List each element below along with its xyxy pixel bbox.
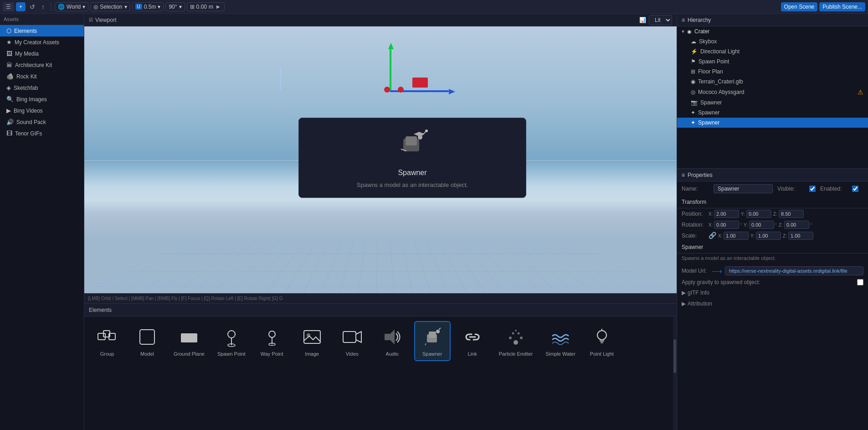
hierarchy-item-mococo[interactable]: ◎ Mococo Abyssgard ⚠ — [677, 87, 868, 98]
hierarchy-item-floor-plan[interactable]: ⊞ Floor Plan — [677, 67, 868, 77]
floor-plan-icon: ⊞ — [691, 68, 695, 75]
sidebar-item-sketchfab[interactable]: ◈ Sketchfab — [0, 82, 84, 93]
scale-z-input[interactable] — [788, 232, 813, 240]
open-scene-button[interactable]: Open Scene — [781, 2, 818, 11]
ground-plane-label: Ground Plane — [174, 351, 205, 357]
rock-icon: 🪨 — [6, 73, 14, 80]
scale-y-input[interactable] — [756, 232, 781, 240]
element-group[interactable]: Group — [89, 321, 125, 361]
model-url-label: Model Url: — [682, 268, 709, 274]
refresh-button[interactable]: ↺ — [27, 2, 37, 11]
chain-icon[interactable]: 🔗 — [709, 232, 716, 240]
video-icon — [341, 326, 364, 348]
play-icon[interactable]: ▶ — [215, 4, 221, 9]
sidebar-item-tenor-gifs[interactable]: 🎞 Tenor GIFs — [0, 128, 84, 139]
svg-point-23 — [514, 340, 518, 345]
video-label: Video — [346, 351, 359, 357]
lit-select[interactable]: Lit — [649, 15, 672, 25]
scale-x-input[interactable] — [724, 232, 749, 240]
element-link[interactable]: Link — [454, 321, 491, 361]
hamburger-button[interactable]: ☰ — [3, 2, 14, 11]
sidebar-item-rock-kit[interactable]: 🪨 Rock Kit — [0, 71, 84, 82]
sidebar-item-elements[interactable]: ⬡ Elements — [0, 25, 84, 36]
hierarchy-item-skybox[interactable]: ☁ Skybox — [677, 36, 868, 47]
attribution-collapsible[interactable]: ▶ Attribution — [677, 298, 868, 309]
model-label: Model — [140, 351, 154, 357]
element-model[interactable]: Model — [129, 321, 165, 361]
sidebar-item-bing-images[interactable]: 🔍 Bing Images — [0, 93, 84, 105]
element-spawn-point[interactable]: Spawn Point — [213, 321, 250, 361]
scale-z-group: Z: — [783, 232, 813, 240]
position-y-input[interactable] — [746, 210, 771, 218]
angle-label: 90° — [169, 4, 177, 10]
element-video[interactable]: Video — [334, 321, 370, 361]
element-particle-emitter[interactable]: Particle Emitter — [494, 321, 538, 361]
spawn-point-icon — [220, 326, 243, 348]
angle-select[interactable]: 90° ▾ — [165, 2, 185, 11]
sidebar-item-my-creator-assets[interactable]: ★ My Creator Assets — [0, 36, 84, 48]
sidebar-item-my-media[interactable]: 🖼 My Media — [0, 48, 84, 59]
sidebar-item-sound-pack[interactable]: 🔊 Sound Pack — [0, 116, 84, 128]
world-select[interactable]: 🌐 World ▾ — [55, 2, 88, 11]
upload-button[interactable]: ↑ — [39, 2, 47, 11]
rotation-row: Rotation: X: ° Y: ° Z: ° — [677, 219, 868, 230]
grid-icon: ⊞ — [190, 4, 195, 10]
position-x-input[interactable] — [714, 210, 739, 218]
transform-title: Transform — [677, 196, 868, 208]
spawner-tooltip-title: Spawner — [398, 169, 426, 177]
rotation-y-input[interactable] — [749, 221, 774, 229]
sidebar-item-bing-videos[interactable]: ▶ Bing Videos — [0, 105, 84, 116]
hierarchy-item-terrain[interactable]: ◉ Terrain_Craterl.glb — [677, 77, 868, 87]
element-point-light[interactable]: Point Light — [584, 321, 620, 361]
hierarchy-item-scene-preview-camera[interactable]: 📷 Spawner — [677, 98, 868, 108]
scale-inputs: 🔗 X: Y: Z: — [709, 232, 863, 240]
chevron-right-icon: ▶ — [682, 290, 686, 296]
element-image[interactable]: Image — [294, 321, 330, 361]
viewport-canvas[interactable]: Spawner Spawns a model as an interactabl… — [84, 26, 677, 293]
svg-rect-7 — [140, 330, 154, 344]
position-z-input[interactable] — [779, 210, 804, 218]
element-audio[interactable]: Audio — [374, 321, 411, 361]
visible-checkbox[interactable] — [809, 186, 816, 192]
model-url-input[interactable] — [725, 266, 863, 275]
scale-row: Scale: 🔗 X: Y: Z: — [677, 230, 868, 241]
hierarchy-item-spawner2[interactable]: ✦ Spawner — [677, 118, 868, 128]
gltf-info-collapsible[interactable]: ▶ gITF Info — [677, 287, 868, 298]
main-layout: Assets ⬡ Elements ★ My Creator Assets 🖼 … — [0, 14, 868, 430]
svg-point-27 — [517, 332, 519, 335]
hierarchy-header: ≡ Hierarchy — [677, 14, 868, 26]
sidebar-item-architecture-kit[interactable]: 🏛 Architecture Kit — [0, 59, 84, 71]
element-spawner[interactable]: Spawner — [414, 321, 451, 361]
rotation-y-group: Y: ° — [744, 221, 777, 229]
svg-point-3 — [425, 130, 428, 132]
simple-water-label: Simple Water — [545, 351, 575, 357]
name-label: Name: — [682, 186, 709, 192]
element-ground-plane[interactable]: Ground Plane — [169, 321, 209, 361]
hierarchy-item-crater[interactable]: ▾ ◉ Crater — [677, 26, 868, 36]
rotation-z-input[interactable] — [784, 221, 809, 229]
enabled-checkbox[interactable] — [852, 186, 858, 192]
hierarchy-item-spawner1[interactable]: ✦ Spawner — [677, 108, 868, 118]
selection-label: Selection — [100, 4, 122, 10]
unity-select[interactable]: U 0.5m ▾ — [132, 2, 164, 11]
camera-icon: 📷 — [691, 99, 698, 106]
creator-assets-icon: ★ — [6, 39, 12, 46]
element-way-point[interactable]: Way Point — [254, 321, 290, 361]
group-label: Group — [100, 351, 114, 357]
x-label: X: — [709, 212, 713, 217]
hierarchy-item-directional-light[interactable]: ⚡ Directional Light — [677, 47, 868, 57]
viewport-statusbar: [LMB] Orbit / Select | [MMB] Pan | [RMB]… — [84, 293, 677, 303]
rotation-x-input[interactable] — [714, 221, 739, 229]
gravity-checkbox[interactable] — [857, 279, 863, 285]
position-row: Position: X: Y: Z: — [677, 208, 868, 219]
elements-scrollbar[interactable] — [673, 316, 677, 430]
add-button[interactable]: + — [16, 2, 26, 11]
name-input[interactable] — [714, 184, 773, 193]
hierarchy-item-spawn-point[interactable]: ⚑ Spawn Point — [677, 57, 868, 67]
chevron-down-icon: ▾ — [124, 4, 127, 10]
publish-scene-button[interactable]: Publish Scene... — [819, 2, 865, 11]
element-simple-water[interactable]: Simple Water — [541, 321, 580, 361]
grid-select[interactable]: ⊞ 0.00 m ▶ — [187, 2, 225, 11]
selection-select[interactable]: ◎ Selection ▾ — [90, 2, 130, 11]
rotation-y-unit: ° — [775, 223, 777, 228]
